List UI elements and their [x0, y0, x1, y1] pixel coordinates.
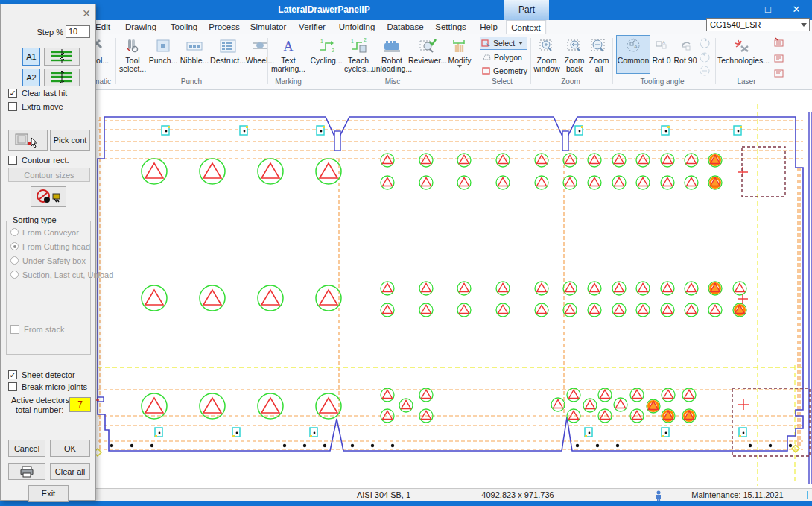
group-divider [115, 38, 116, 84]
status-bar: AISI 304 SB, 1 4092.823 x 971.736 Mainte… [0, 488, 812, 502]
extra-move-checkbox[interactable] [8, 102, 17, 111]
cycling-icon: 12 [317, 36, 336, 57]
contour-rect-checkbox[interactable] [8, 156, 17, 165]
menu-item-tooling[interactable]: Tooling [166, 20, 202, 34]
group-label-punch: Punch [181, 77, 202, 87]
rotate-cw-icon[interactable] [699, 37, 711, 49]
rotate-180-icon[interactable] [699, 65, 711, 77]
remove-hits-button[interactable] [31, 186, 66, 207]
a1-align-icon [48, 49, 75, 64]
tool-select-icon [123, 36, 142, 57]
menu-item-help[interactable]: Help [475, 20, 502, 34]
sort-option-from-conveyor[interactable]: From Conveyor [10, 225, 92, 239]
radio-icon[interactable] [10, 271, 19, 279]
menu-item-settings[interactable]: Settings [431, 20, 471, 34]
menu-item-unfolding[interactable]: Unfolding [334, 20, 380, 34]
technologies-button[interactable]: Technologies... [719, 36, 768, 76]
sorting-type-title: Sorting type [10, 215, 59, 224]
rot-0-button[interactable]: A Rot 0 [650, 36, 673, 76]
rotate-ccw-icon[interactable] [699, 51, 711, 63]
svg-text:1: 1 [320, 39, 323, 44]
svg-text:A: A [284, 39, 294, 54]
group-label-zoom: Zoom [561, 77, 580, 87]
modify-icon [450, 36, 469, 57]
group-divider [308, 38, 308, 84]
teach-cycles-button[interactable]: 12 Teach cycles... [343, 36, 373, 76]
material-status: AISI 304 SB, 1 [335, 489, 432, 502]
extra-move-label: Extra move [22, 102, 63, 111]
tool-select-button[interactable]: Tool select... [118, 36, 148, 76]
clear-last-hit-checkbox[interactable]: ✓ [8, 89, 17, 98]
exit-button[interactable]: Exit [28, 485, 69, 502]
from-stack-label: From stack [24, 325, 64, 334]
title-bar[interactable]: LateralDrawerPanelIP Part – □ ✕ [0, 0, 812, 20]
machine-select[interactable]: CG1540_LSR [706, 18, 810, 31]
sheet-detector-label: Sheet detector [22, 370, 75, 379]
printer-icon [19, 466, 34, 478]
sort-option-suction-last-cut-unload[interactable]: Suction, Last cut, Unload [10, 268, 92, 282]
chevron-down-icon [518, 42, 523, 45]
menu-item-verifier[interactable]: Verifier [294, 20, 330, 34]
modify-button[interactable]: Modify [445, 36, 475, 76]
maintenance-status: Maintenance: 15.11.2021 [678, 489, 797, 502]
reviewer-button[interactable]: Reviewer... [411, 36, 444, 76]
text-marking-button[interactable]: A Text marking... [270, 36, 306, 76]
menu-item-context[interactable]: Context [506, 20, 546, 35]
clear-all-button[interactable]: Clear all [50, 463, 90, 480]
minimize-button[interactable]: – [727, 0, 752, 20]
zoom-window-button[interactable]: Zoom window [533, 36, 561, 76]
common-angle-button[interactable]: A Common [616, 35, 650, 74]
punch-button[interactable]: Punch... [148, 36, 178, 76]
window-title: LateralDrawerPanelIP [246, 0, 402, 20]
polygon-select-button[interactable]: Polygon [481, 51, 526, 63]
a2-button[interactable]: A2 [22, 69, 40, 86]
rot-0-icon: A [653, 36, 670, 57]
dialog-close-icon[interactable]: ✕ [82, 7, 91, 19]
sort-option-from-cutting-head[interactable]: From Cutting head [10, 239, 92, 253]
contour-rect-label: Contour rect. [22, 156, 69, 165]
menu-item-drawing[interactable]: Drawing [121, 20, 161, 34]
select-mode-button[interactable]: Select [480, 37, 527, 50]
group-label-tooling-angle: Tooling angle [641, 77, 685, 87]
menu-item-process[interactable]: Process [204, 20, 244, 34]
zoom-back-button[interactable]: Zoom back [561, 36, 588, 76]
sheet-detector-checkbox[interactable]: ✓ [8, 370, 17, 379]
laser-param-icon[interactable] [773, 67, 785, 79]
radio-icon[interactable] [10, 242, 19, 250]
select-icon [480, 39, 491, 48]
close-button[interactable]: ✕ [784, 0, 809, 20]
print-button[interactable] [8, 463, 45, 480]
cycling-button[interactable]: 12 Cycling... [310, 36, 343, 76]
break-micro-joints-checkbox[interactable] [8, 382, 17, 391]
a2-align-button[interactable] [44, 69, 80, 86]
geometry-select-button[interactable]: Geometry [481, 65, 527, 77]
a1-button[interactable]: A1 [22, 48, 40, 66]
laser-table-icon[interactable] [773, 37, 785, 48]
part-tab[interactable]: Part [504, 0, 549, 20]
pick-cont-button[interactable]: Pick cont [50, 130, 90, 151]
cancel-button[interactable]: Cancel [8, 440, 45, 457]
from-stack-checkbox[interactable] [10, 325, 19, 334]
radio-icon[interactable] [10, 256, 19, 265]
zoom-all-button[interactable]: Zoom all [588, 36, 610, 76]
svg-text:2: 2 [332, 48, 334, 53]
break-micro-joints-label: Break micro-joints [22, 382, 87, 391]
contour-pick-icon [13, 132, 43, 148]
contour-sizes-button[interactable]: Contour sizes [8, 168, 90, 182]
robot-unloading-button[interactable]: Robot unloading... [373, 36, 410, 76]
step-input[interactable]: 10 [66, 25, 90, 38]
svg-text:A: A [634, 44, 638, 49]
sort-option-label: From Conveyor [22, 228, 79, 237]
menu-item-database[interactable]: Database [382, 20, 428, 34]
contour-pick-mode-button[interactable] [8, 130, 48, 151]
ok-button[interactable]: OK [50, 440, 90, 457]
menu-item-simulator[interactable]: Simulator [246, 20, 291, 34]
radio-icon[interactable] [10, 228, 19, 236]
maximize-button[interactable]: □ [755, 0, 781, 20]
rot-90-button[interactable]: Rot 90 [673, 36, 697, 76]
sort-option-under-safety-box[interactable]: Under Safety box [10, 253, 92, 268]
a1-align-button[interactable] [44, 48, 80, 66]
laser-cut-icon[interactable] [773, 52, 785, 64]
destruct-button[interactable]: Destruct... [211, 36, 245, 76]
nibble-button[interactable]: Nibble... [179, 36, 210, 76]
